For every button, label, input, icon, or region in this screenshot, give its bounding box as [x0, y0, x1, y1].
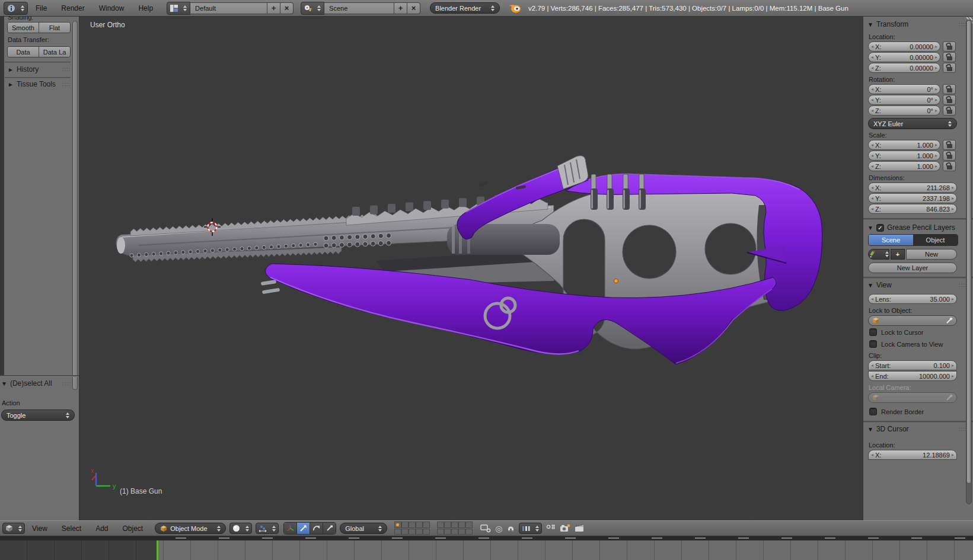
step-right-icon[interactable]: ▸ — [935, 65, 937, 71]
timeline-playhead[interactable] — [157, 540, 158, 560]
grip-icon[interactable]: :::: — [62, 81, 71, 87]
rotation-x-field[interactable]: ◂ X: 0° ▸ — [868, 84, 940, 94]
dimensions-y-field[interactable]: ◂ Y: 2337.198 ▸ — [868, 193, 957, 203]
step-left-icon[interactable]: ◂ — [871, 153, 873, 158]
viewport-3d[interactable]: y x User Ortho (1) Base Gun — [79, 17, 863, 520]
eyedropper-icon[interactable] — [946, 317, 953, 324]
lock-rotation-z-button[interactable] — [943, 105, 956, 116]
lock-scale-x-button[interactable] — [943, 140, 956, 150]
step-right-icon[interactable]: ▸ — [935, 142, 937, 148]
add-scene-button[interactable]: + — [394, 2, 407, 14]
draw-mode-button[interactable] — [868, 249, 889, 260]
manipulator-axis-button[interactable] — [284, 523, 296, 534]
step-right-icon[interactable]: ▸ — [935, 55, 937, 60]
layer-cell[interactable] — [401, 521, 409, 528]
location-x-field[interactable]: ◂ X: 0.00000 ▸ — [868, 41, 940, 52]
lens-field[interactable]: ◂ Lens: 35.000 ▸ — [868, 294, 957, 304]
transform-panel-header[interactable]: ▼ Transform :::: — [863, 17, 973, 31]
layer-cell[interactable] — [444, 521, 451, 528]
layer-cell[interactable] — [437, 521, 444, 528]
step-right-icon[interactable]: ▸ — [935, 153, 937, 158]
properties-scrollbar[interactable] — [966, 20, 972, 504]
layout-name-field[interactable]: Default — [190, 2, 267, 14]
eyedropper-icon[interactable] — [946, 394, 953, 401]
layer-cell[interactable] — [458, 529, 465, 535]
step-left-icon[interactable]: ◂ — [871, 108, 873, 113]
step-right-icon[interactable]: ▸ — [952, 373, 954, 379]
snap-target-button[interactable] — [546, 524, 556, 533]
layer-cell[interactable] — [394, 529, 401, 535]
menu-window[interactable]: Window — [92, 4, 131, 12]
info-editor-type-button[interactable] — [4, 2, 28, 15]
layer-cell[interactable] — [401, 529, 409, 535]
menu-add[interactable]: Add — [88, 524, 115, 533]
layer-cell[interactable] — [444, 529, 451, 535]
layer-cell[interactable] — [458, 521, 465, 528]
lock-location-z-button[interactable] — [943, 63, 956, 73]
step-right-icon[interactable]: ▸ — [935, 108, 937, 113]
step-right-icon[interactable]: ▸ — [952, 296, 954, 302]
step-left-icon[interactable]: ◂ — [871, 196, 873, 201]
layer-cell[interactable] — [416, 529, 423, 535]
snap-element-button[interactable] — [519, 523, 542, 534]
close-layout-button[interactable]: × — [280, 2, 294, 14]
deselect-all-panel-header[interactable]: ▼ (De)select All :::: — [1, 379, 71, 388]
render-border-checkbox[interactable] — [869, 408, 877, 415]
lock-location-y-button[interactable] — [943, 52, 956, 62]
layer-cell[interactable] — [437, 529, 444, 535]
layer-cell[interactable] — [451, 521, 458, 528]
close-scene-button[interactable]: × — [407, 2, 420, 14]
step-left-icon[interactable]: ◂ — [871, 164, 873, 169]
step-right-icon[interactable]: ▸ — [935, 44, 937, 49]
opengl-render-anim-button[interactable] — [575, 524, 585, 533]
menu-file[interactable]: File — [29, 4, 53, 12]
lock-rotation-y-button[interactable] — [943, 95, 956, 105]
step-left-icon[interactable]: ◂ — [871, 206, 873, 212]
grip-icon[interactable]: :::: — [62, 66, 71, 72]
snap-toggle-button[interactable] — [506, 524, 515, 533]
step-left-icon[interactable]: ◂ — [871, 87, 873, 92]
step-left-icon[interactable]: ◂ — [871, 97, 873, 103]
lock-camera-checkbox[interactable] — [869, 340, 877, 348]
clip-end-field[interactable]: ◂ End: 10000.000 ▸ — [868, 371, 957, 381]
add-layout-button[interactable]: + — [267, 2, 280, 14]
lock-to-cursor-checkbox[interactable] — [869, 328, 877, 336]
rotation-mode-select[interactable]: XYZ Euler — [868, 118, 957, 129]
step-left-icon[interactable]: ◂ — [871, 452, 873, 457]
tool-shelf-scrollbar[interactable] — [72, 21, 78, 390]
flat-button[interactable]: Flat — [39, 23, 70, 33]
dimensions-x-field[interactable]: ◂ X: 211.268 ▸ — [868, 183, 957, 193]
lock-to-scene-button[interactable] — [480, 524, 491, 533]
menu-help[interactable]: Help — [132, 4, 159, 12]
cursor-panel-header[interactable]: ▼ 3D Cursor :::: — [863, 425, 973, 436]
step-right-icon[interactable]: ▸ — [952, 185, 954, 190]
step-left-icon[interactable]: ◂ — [871, 373, 873, 379]
transform-orientation-select[interactable]: Global — [340, 523, 387, 534]
carbine-model[interactable] — [79, 17, 863, 520]
smooth-button[interactable]: Smooth — [8, 23, 39, 33]
step-right-icon[interactable]: ▸ — [952, 452, 954, 457]
new-layer-button[interactable]: New Layer — [868, 263, 957, 273]
step-right-icon[interactable]: ▸ — [952, 206, 954, 212]
grease-pencil-checkbox[interactable]: ✓ — [876, 224, 884, 232]
layer-cell[interactable] — [394, 521, 401, 528]
scale-z-field[interactable]: ◂ Z: 1.000 ▸ — [868, 161, 940, 171]
grease-pencil-panel-header[interactable]: ▼ ✓ Grease Pencil Layers — [863, 222, 973, 234]
step-right-icon[interactable]: ▸ — [935, 164, 937, 169]
tab-scene[interactable]: Scene — [869, 235, 913, 245]
tissue-tools-panel-header[interactable]: ► Tissue Tools :::: — [8, 80, 71, 88]
timeline-frames-area[interactable] — [0, 540, 973, 560]
step-left-icon[interactable]: ◂ — [871, 65, 873, 71]
pivot-point-button[interactable] — [256, 523, 279, 534]
layout-icon-button[interactable] — [167, 2, 190, 15]
grease-pencil-new-button[interactable]: New — [906, 249, 957, 260]
scale-manipulator-button[interactable] — [323, 523, 336, 534]
dimensions-z-field[interactable]: ◂ Z: 846.823 ▸ — [868, 204, 957, 214]
grip-icon[interactable]: :::: — [62, 380, 71, 386]
step-left-icon[interactable]: ◂ — [871, 55, 873, 60]
history-panel-header[interactable]: ► History :::: — [8, 65, 71, 73]
scene-name-field[interactable]: Scene — [324, 2, 394, 14]
layer-cell[interactable] — [409, 521, 416, 528]
step-left-icon[interactable]: ◂ — [871, 185, 873, 190]
data-layout-button[interactable]: Data La — [39, 47, 70, 57]
